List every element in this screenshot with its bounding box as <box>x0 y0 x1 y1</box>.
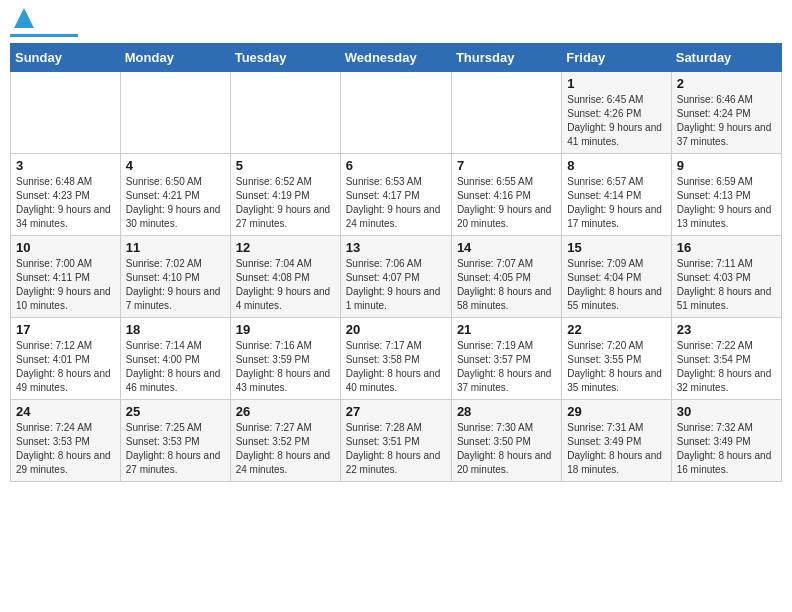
day-info: Sunrise: 6:53 AM Sunset: 4:17 PM Dayligh… <box>346 175 446 231</box>
day-info: Sunrise: 7:32 AM Sunset: 3:49 PM Dayligh… <box>677 421 776 477</box>
day-info: Sunrise: 6:52 AM Sunset: 4:19 PM Dayligh… <box>236 175 335 231</box>
svg-marker-0 <box>14 8 34 28</box>
day-number: 5 <box>236 158 335 173</box>
calendar-cell: 12Sunrise: 7:04 AM Sunset: 4:08 PM Dayli… <box>230 236 340 318</box>
calendar-header-row: SundayMondayTuesdayWednesdayThursdayFrid… <box>11 44 782 72</box>
day-info: Sunrise: 7:12 AM Sunset: 4:01 PM Dayligh… <box>16 339 115 395</box>
day-number: 29 <box>567 404 665 419</box>
day-number: 19 <box>236 322 335 337</box>
day-number: 8 <box>567 158 665 173</box>
calendar-cell: 14Sunrise: 7:07 AM Sunset: 4:05 PM Dayli… <box>451 236 561 318</box>
day-info: Sunrise: 6:59 AM Sunset: 4:13 PM Dayligh… <box>677 175 776 231</box>
calendar-cell: 10Sunrise: 7:00 AM Sunset: 4:11 PM Dayli… <box>11 236 121 318</box>
day-info: Sunrise: 7:06 AM Sunset: 4:07 PM Dayligh… <box>346 257 446 313</box>
calendar-cell: 20Sunrise: 7:17 AM Sunset: 3:58 PM Dayli… <box>340 318 451 400</box>
calendar-cell: 17Sunrise: 7:12 AM Sunset: 4:01 PM Dayli… <box>11 318 121 400</box>
calendar-week-row: 10Sunrise: 7:00 AM Sunset: 4:11 PM Dayli… <box>11 236 782 318</box>
day-info: Sunrise: 6:55 AM Sunset: 4:16 PM Dayligh… <box>457 175 556 231</box>
header-friday: Friday <box>562 44 671 72</box>
day-number: 30 <box>677 404 776 419</box>
calendar-cell: 21Sunrise: 7:19 AM Sunset: 3:57 PM Dayli… <box>451 318 561 400</box>
calendar-cell: 3Sunrise: 6:48 AM Sunset: 4:23 PM Daylig… <box>11 154 121 236</box>
logo-underline <box>10 34 78 37</box>
calendar-cell <box>451 72 561 154</box>
calendar-cell <box>230 72 340 154</box>
day-number: 6 <box>346 158 446 173</box>
page-header <box>10 10 782 37</box>
calendar-cell: 5Sunrise: 6:52 AM Sunset: 4:19 PM Daylig… <box>230 154 340 236</box>
day-info: Sunrise: 7:00 AM Sunset: 4:11 PM Dayligh… <box>16 257 115 313</box>
day-info: Sunrise: 6:48 AM Sunset: 4:23 PM Dayligh… <box>16 175 115 231</box>
day-info: Sunrise: 7:07 AM Sunset: 4:05 PM Dayligh… <box>457 257 556 313</box>
day-info: Sunrise: 6:50 AM Sunset: 4:21 PM Dayligh… <box>126 175 225 231</box>
calendar-cell: 19Sunrise: 7:16 AM Sunset: 3:59 PM Dayli… <box>230 318 340 400</box>
day-info: Sunrise: 6:46 AM Sunset: 4:24 PM Dayligh… <box>677 93 776 149</box>
header-monday: Monday <box>120 44 230 72</box>
calendar-cell <box>120 72 230 154</box>
day-number: 24 <box>16 404 115 419</box>
calendar-cell: 25Sunrise: 7:25 AM Sunset: 3:53 PM Dayli… <box>120 400 230 482</box>
day-number: 28 <box>457 404 556 419</box>
day-number: 14 <box>457 240 556 255</box>
calendar-cell: 11Sunrise: 7:02 AM Sunset: 4:10 PM Dayli… <box>120 236 230 318</box>
calendar-cell: 1Sunrise: 6:45 AM Sunset: 4:26 PM Daylig… <box>562 72 671 154</box>
calendar-cell <box>340 72 451 154</box>
day-info: Sunrise: 6:57 AM Sunset: 4:14 PM Dayligh… <box>567 175 665 231</box>
day-number: 26 <box>236 404 335 419</box>
day-number: 15 <box>567 240 665 255</box>
day-number: 12 <box>236 240 335 255</box>
calendar-cell: 29Sunrise: 7:31 AM Sunset: 3:49 PM Dayli… <box>562 400 671 482</box>
day-number: 21 <box>457 322 556 337</box>
day-info: Sunrise: 7:30 AM Sunset: 3:50 PM Dayligh… <box>457 421 556 477</box>
calendar-cell: 4Sunrise: 6:50 AM Sunset: 4:21 PM Daylig… <box>120 154 230 236</box>
calendar-cell: 15Sunrise: 7:09 AM Sunset: 4:04 PM Dayli… <box>562 236 671 318</box>
calendar-cell: 6Sunrise: 6:53 AM Sunset: 4:17 PM Daylig… <box>340 154 451 236</box>
calendar-cell: 22Sunrise: 7:20 AM Sunset: 3:55 PM Dayli… <box>562 318 671 400</box>
logo-icon <box>14 6 34 28</box>
day-info: Sunrise: 7:02 AM Sunset: 4:10 PM Dayligh… <box>126 257 225 313</box>
day-info: Sunrise: 7:17 AM Sunset: 3:58 PM Dayligh… <box>346 339 446 395</box>
calendar-cell: 16Sunrise: 7:11 AM Sunset: 4:03 PM Dayli… <box>671 236 781 318</box>
day-info: Sunrise: 7:19 AM Sunset: 3:57 PM Dayligh… <box>457 339 556 395</box>
calendar-cell <box>11 72 121 154</box>
calendar-cell: 9Sunrise: 6:59 AM Sunset: 4:13 PM Daylig… <box>671 154 781 236</box>
day-info: Sunrise: 7:28 AM Sunset: 3:51 PM Dayligh… <box>346 421 446 477</box>
day-number: 16 <box>677 240 776 255</box>
calendar-cell: 8Sunrise: 6:57 AM Sunset: 4:14 PM Daylig… <box>562 154 671 236</box>
day-number: 3 <box>16 158 115 173</box>
day-info: Sunrise: 6:45 AM Sunset: 4:26 PM Dayligh… <box>567 93 665 149</box>
day-number: 22 <box>567 322 665 337</box>
calendar-week-row: 3Sunrise: 6:48 AM Sunset: 4:23 PM Daylig… <box>11 154 782 236</box>
day-info: Sunrise: 7:16 AM Sunset: 3:59 PM Dayligh… <box>236 339 335 395</box>
day-number: 23 <box>677 322 776 337</box>
day-info: Sunrise: 7:11 AM Sunset: 4:03 PM Dayligh… <box>677 257 776 313</box>
calendar-cell: 23Sunrise: 7:22 AM Sunset: 3:54 PM Dayli… <box>671 318 781 400</box>
calendar-cell: 24Sunrise: 7:24 AM Sunset: 3:53 PM Dayli… <box>11 400 121 482</box>
day-number: 17 <box>16 322 115 337</box>
day-number: 18 <box>126 322 225 337</box>
calendar: SundayMondayTuesdayWednesdayThursdayFrid… <box>10 43 782 482</box>
calendar-week-row: 17Sunrise: 7:12 AM Sunset: 4:01 PM Dayli… <box>11 318 782 400</box>
calendar-cell: 2Sunrise: 6:46 AM Sunset: 4:24 PM Daylig… <box>671 72 781 154</box>
calendar-cell: 28Sunrise: 7:30 AM Sunset: 3:50 PM Dayli… <box>451 400 561 482</box>
day-number: 9 <box>677 158 776 173</box>
day-number: 27 <box>346 404 446 419</box>
day-number: 20 <box>346 322 446 337</box>
header-tuesday: Tuesday <box>230 44 340 72</box>
day-number: 13 <box>346 240 446 255</box>
header-thursday: Thursday <box>451 44 561 72</box>
day-info: Sunrise: 7:14 AM Sunset: 4:00 PM Dayligh… <box>126 339 225 395</box>
day-number: 1 <box>567 76 665 91</box>
calendar-cell: 26Sunrise: 7:27 AM Sunset: 3:52 PM Dayli… <box>230 400 340 482</box>
day-number: 11 <box>126 240 225 255</box>
calendar-cell: 13Sunrise: 7:06 AM Sunset: 4:07 PM Dayli… <box>340 236 451 318</box>
calendar-cell: 7Sunrise: 6:55 AM Sunset: 4:16 PM Daylig… <box>451 154 561 236</box>
day-info: Sunrise: 7:09 AM Sunset: 4:04 PM Dayligh… <box>567 257 665 313</box>
day-number: 2 <box>677 76 776 91</box>
calendar-cell: 27Sunrise: 7:28 AM Sunset: 3:51 PM Dayli… <box>340 400 451 482</box>
day-info: Sunrise: 7:04 AM Sunset: 4:08 PM Dayligh… <box>236 257 335 313</box>
day-info: Sunrise: 7:27 AM Sunset: 3:52 PM Dayligh… <box>236 421 335 477</box>
calendar-cell: 30Sunrise: 7:32 AM Sunset: 3:49 PM Dayli… <box>671 400 781 482</box>
day-info: Sunrise: 7:22 AM Sunset: 3:54 PM Dayligh… <box>677 339 776 395</box>
day-number: 25 <box>126 404 225 419</box>
